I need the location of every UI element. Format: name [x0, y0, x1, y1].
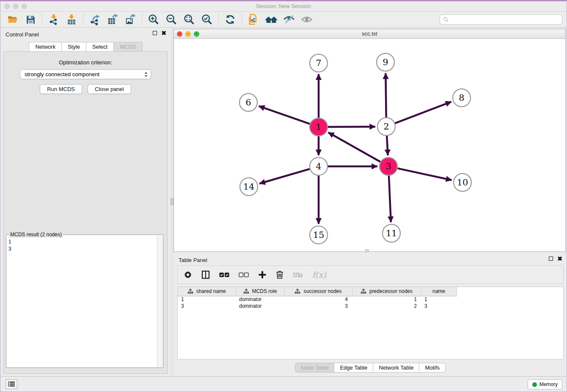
graph-edge-2-3[interactable] [387, 136, 388, 155]
svg-text:15: 15 [313, 230, 325, 240]
tab-mcds[interactable]: MCDS [113, 42, 142, 51]
hierarchy-icon [243, 289, 249, 294]
tab-select[interactable]: Select [86, 42, 114, 51]
graph-node-6[interactable]: 6 [239, 94, 257, 111]
run-mcds-button[interactable]: Run MCDS [40, 84, 82, 94]
refresh-layout-icon[interactable] [224, 13, 237, 26]
mcds-result-title: MCDS result (2 nodes) [9, 232, 63, 237]
cell-predecessor-nodes[interactable]: 1 [352, 296, 421, 303]
network-canvas[interactable]: 7968124314101511 [174, 39, 565, 251]
svg-text:10: 10 [457, 177, 468, 188]
cell-successor-nodes[interactable]: 3 [284, 303, 352, 309]
duplicate-network-icon[interactable] [247, 13, 260, 26]
function-builder-icon[interactable]: f(x) [312, 270, 326, 279]
delete-column-icon[interactable] [276, 271, 284, 279]
table-row[interactable]: 1 dominator 4 1 1 [178, 296, 563, 303]
cell-predecessor-nodes[interactable]: 2 [352, 303, 421, 309]
show-all-icon[interactable] [300, 13, 313, 26]
graph-node-9[interactable]: 9 [377, 53, 394, 71]
export-image-icon[interactable] [124, 13, 137, 26]
export-table-icon[interactable] [106, 13, 119, 26]
select-all-icon[interactable] [219, 272, 229, 278]
deselect-all-icon[interactable] [239, 272, 249, 278]
network-window-titlebar[interactable]: × − + scc.txt [174, 29, 565, 39]
close-panel-icon[interactable]: ✖ [161, 31, 166, 35]
memory-button[interactable]: Memory [528, 379, 562, 389]
cell-filler [457, 296, 563, 303]
column-header-name[interactable]: name [421, 287, 457, 296]
graph-node-4[interactable]: 4 [310, 157, 328, 175]
column-layout-icon[interactable] [201, 271, 210, 279]
import-table-icon[interactable] [65, 13, 78, 26]
graph-edge-1-6[interactable] [259, 106, 310, 124]
column-header-shared-name[interactable]: shared name [178, 287, 236, 296]
tab-node-table[interactable]: Node Table [295, 363, 335, 373]
table-tabs: Node Table Edge Table Network Table Moti… [173, 363, 567, 373]
zoom-selected-icon[interactable] [201, 13, 213, 26]
home-network-icon[interactable] [265, 13, 278, 26]
optimization-criterion-select[interactable]: strongly connected component [20, 69, 151, 79]
network-minimize-icon[interactable]: − [185, 31, 191, 37]
delete-table-icon[interactable] [293, 271, 303, 278]
network-close-icon[interactable]: × [177, 31, 182, 37]
panel-splitter[interactable] [171, 28, 173, 376]
splitter-grip[interactable] [171, 198, 173, 205]
column-header-successor-nodes[interactable]: successor nodes [284, 287, 352, 296]
close-panel-button[interactable]: Close panel [88, 84, 131, 94]
float-panel-icon[interactable] [153, 31, 157, 35]
cell-shared-name[interactable]: 3 [178, 303, 236, 309]
table-toolbar: f(x) [177, 265, 564, 284]
cell-shared-name[interactable]: 1 [178, 296, 236, 303]
graph-node-8[interactable]: 8 [453, 89, 471, 107]
open-session-icon[interactable] [6, 13, 19, 26]
export-network-icon[interactable] [88, 13, 101, 26]
hide-selected-icon[interactable] [283, 13, 295, 26]
graph-edge-2-8[interactable] [395, 102, 451, 123]
add-column-icon[interactable] [258, 271, 267, 279]
tab-edge-table[interactable]: Edge Table [334, 363, 373, 373]
close-table-panel-icon[interactable]: ✖ [557, 257, 562, 261]
graph-node-14[interactable]: 14 [240, 178, 258, 196]
tab-network-table[interactable]: Network Table [373, 363, 419, 373]
tab-network[interactable]: Network [29, 42, 62, 51]
main-toolbar [0, 12, 567, 28]
import-network-icon[interactable] [47, 13, 60, 26]
mcds-result-text[interactable]: 1 3 [8, 238, 157, 367]
column-header-mcds-role[interactable]: MCDS role [236, 287, 284, 296]
zoom-in-icon[interactable] [147, 13, 160, 26]
search-field[interactable] [440, 14, 562, 25]
graph-edge-3-1[interactable] [328, 133, 380, 162]
graph-edge-1-2[interactable] [328, 127, 375, 127]
graph-edge-4-14[interactable] [259, 169, 310, 184]
table-row[interactable]: 3 dominator 3 2 3 [178, 303, 563, 309]
tab-motifs[interactable]: Motifs [419, 363, 446, 373]
graph-node-11[interactable]: 11 [383, 224, 400, 242]
task-history-button[interactable] [6, 379, 17, 389]
result-scrollbar[interactable] [157, 235, 162, 367]
search-input[interactable] [449, 17, 562, 22]
zoom-fit-icon[interactable] [183, 13, 195, 26]
column-header-predecessor-nodes[interactable]: predecessor nodes [352, 287, 421, 296]
cell-name[interactable]: 3 [421, 303, 457, 309]
network-zoom-icon[interactable]: + [194, 31, 199, 37]
graph-edge-3-11[interactable] [389, 176, 391, 222]
graph-node-7[interactable]: 7 [310, 54, 328, 72]
save-session-icon[interactable] [24, 13, 37, 26]
graph-edge-3-10[interactable] [397, 168, 451, 180]
tab-style[interactable]: Style [61, 42, 86, 51]
float-table-panel-icon[interactable] [549, 257, 553, 261]
cell-name[interactable]: 1 [421, 296, 457, 303]
cell-mcds-role[interactable]: dominator [236, 303, 284, 309]
network-resize-grip[interactable] [365, 249, 369, 252]
graph-node-2[interactable]: 2 [377, 118, 395, 135]
graph-node-10[interactable]: 10 [454, 174, 471, 191]
cell-successor-nodes[interactable]: 4 [284, 296, 352, 303]
graph-node-15[interactable]: 15 [310, 226, 328, 244]
graph-edge-2-9[interactable] [385, 73, 386, 117]
cell-mcds-role[interactable]: dominator [236, 296, 284, 303]
zoom-out-icon[interactable] [165, 13, 178, 26]
node-table[interactable]: shared name MCDS role successor nodes pr… [177, 287, 564, 359]
graph-node-3[interactable]: 3 [380, 157, 397, 175]
gear-icon[interactable] [184, 271, 192, 279]
graph-node-1[interactable]: 1 [310, 118, 328, 136]
